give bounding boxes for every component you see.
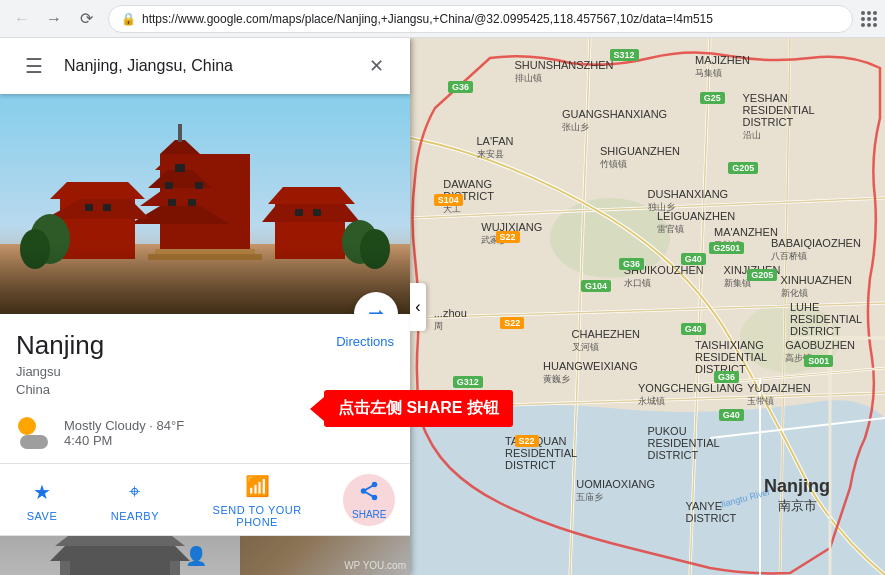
road-tag-s312: S312 [610,49,639,61]
weather-bar: Mostly Cloudy · 84°F 4:40 PM [0,407,410,464]
close-icon: ✕ [369,55,384,77]
svg-rect-23 [313,209,321,216]
svg-line-34 [364,484,375,490]
svg-rect-11 [195,182,203,189]
back-button[interactable]: ← [8,5,36,33]
weather-text: Mostly Cloudy · 84°F 4:40 PM [64,418,184,448]
hamburger-button[interactable]: ☰ [16,48,52,84]
reload-button[interactable]: ⟳ [72,5,100,33]
photo-background [0,94,410,314]
address-bar[interactable]: 🔒 https://www.google.com/maps/place/Nanj… [108,5,853,33]
svg-marker-20 [262,204,360,222]
lock-icon: 🔒 [121,12,136,26]
svg-rect-17 [85,204,93,211]
svg-line-60 [690,38,710,575]
photos-row: Photos [0,536,410,575]
road-tag-s001: S001 [804,355,833,367]
hamburger-icon: ☰ [25,54,43,78]
road-tag-g205-2: G205 [747,269,777,281]
map-label-chahezhen: CHAHEZHEN叉河镇 [572,328,640,354]
map-label-zhou: ...zhou周 [434,307,467,333]
svg-marker-21 [268,187,355,204]
road-tag-g205-1: G205 [728,162,758,174]
nearby-button[interactable]: ⌖ NEARBY [99,472,171,528]
road-tag-s22-1: S22 [496,231,520,243]
road-tag-s22-2: S22 [500,317,524,329]
map-label-uomiaoxiang: UOMIAOXIANG五庙乡 [576,478,655,504]
sun-icon [18,417,36,435]
map-label-shunshanszhen: SHUNSHANSZHEN排山镇 [515,59,614,85]
photo-thumb-2[interactable]: 👤 WP YOU.com [170,536,410,575]
search-bar: ☰ Nanjing, Jiangsu, China ✕ [0,38,410,94]
map-label-lafan: LA'FAN来安县 [477,135,514,161]
forward-button[interactable]: → [40,5,68,33]
map-label-babaiqiaozhen: BABAIQIAOZHEN八百桥镇 [771,237,861,263]
road-tag-s104: S104 [434,194,463,206]
send-to-phone-button[interactable]: 📶 SEND TO YOUR PHONE [201,466,314,534]
nanjing-city-label: Nanjing 南京市 [764,476,830,515]
svg-rect-9 [175,164,185,172]
svg-rect-10 [165,182,173,189]
road-tag-g25: G25 [700,92,725,104]
street-view-icon: 👤 [185,545,207,567]
svg-line-35 [364,491,375,497]
svg-marker-54 [55,536,185,546]
map-label-xinhuazhen: XINHUAZHEN新化镇 [781,274,853,300]
search-input[interactable]: Nanjing, Jiangsu, China [64,57,358,75]
browser-chrome: ← → ⟳ 🔒 https://www.google.com/maps/plac… [0,0,885,38]
place-info: Nanjing Jiangsu China Directions [0,314,410,407]
map-label-luhe: LUHERESIDENTIALDISTRICT [790,301,862,337]
road-tag-g40-3: G40 [719,409,744,421]
nav-buttons: ← → ⟳ [8,5,100,33]
cloud-icon [20,435,48,449]
road-tag-g2501: G2501 [709,242,744,254]
directions-link[interactable]: Directions [336,334,394,349]
map-label-shiguanzhen: SHIGUANZHEN竹镇镇 [600,145,680,171]
search-clear-button[interactable]: ✕ [358,48,394,84]
sidebar-expand-button[interactable]: ‹ [410,283,426,331]
nearby-label: NEARBY [111,510,159,522]
map-label-yanye: YANYEDISTRICT [686,500,737,524]
svg-rect-22 [295,209,303,216]
map-label-guangshanxiang: GUANGSHANXIANG张山乡 [562,108,667,134]
map-label-taishixiang: TAISHIXIANGRESIDENTIALDISTRICT [695,339,767,375]
action-buttons: ★ SAVE ⌖ NEARBY 📶 SEND TO YOUR PHONE [0,464,410,536]
map-label-huangweixiang: HUANGWEIXIANG黄巍乡 [543,360,638,386]
svg-rect-8 [178,124,182,142]
chevron-left-icon: ‹ [415,298,420,316]
map-label-yeshan: YESHANRESIDENTIALDISTRICT沿山 [743,92,815,142]
road-tag-s22-3: S22 [515,435,539,447]
share-label: SHARE [352,509,386,520]
star-icon: ★ [28,478,56,506]
save-button[interactable]: ★ SAVE [15,472,70,528]
share-icon [358,480,380,507]
send-phone-label: SEND TO YOUR PHONE [213,504,302,528]
phone-send-icon: 📶 [243,472,271,500]
svg-rect-30 [0,244,410,314]
road-tag-g36-2: G36 [619,258,644,270]
place-photo: ➡ [0,94,410,314]
road-tag-g36-1: G36 [448,81,473,93]
directions-icon: ➡ [368,302,385,314]
road-tag-g36-3: G36 [714,371,739,383]
road-tag-g40-2: G40 [681,323,706,335]
road-tag-g312: G312 [453,376,483,388]
svg-rect-18 [103,204,111,211]
map-label-yongchengliang: YONGCHENGLIANG永城镇 [638,382,743,408]
share-button[interactable]: SHARE [343,474,395,526]
url-text: https://www.google.com/maps/place/Nanjin… [142,12,840,26]
place-illustration [0,94,410,314]
svg-rect-50 [70,561,170,575]
sidebar: ☰ Nanjing, Jiangsu, China ✕ [0,38,410,575]
apps-grid-icon[interactable] [861,11,877,27]
map-label-majizhen: MAJIZHEN马集镇 [695,54,750,80]
road-tag-g40-1: G40 [681,253,706,265]
svg-marker-53 [50,546,190,561]
map-area[interactable]: Jiangtu River SHUNSHANSZHEN排山镇 GUANGSHAN… [410,38,885,575]
place-region: Jiangsu China [16,363,394,399]
svg-rect-12 [168,199,176,206]
svg-line-72 [710,418,885,438]
svg-line-61 [690,38,710,575]
map-label-yudaizhen: YUDAIZHEN玉带镇 [747,382,811,408]
main-layout: ☰ Nanjing, Jiangsu, China ✕ [0,38,885,575]
